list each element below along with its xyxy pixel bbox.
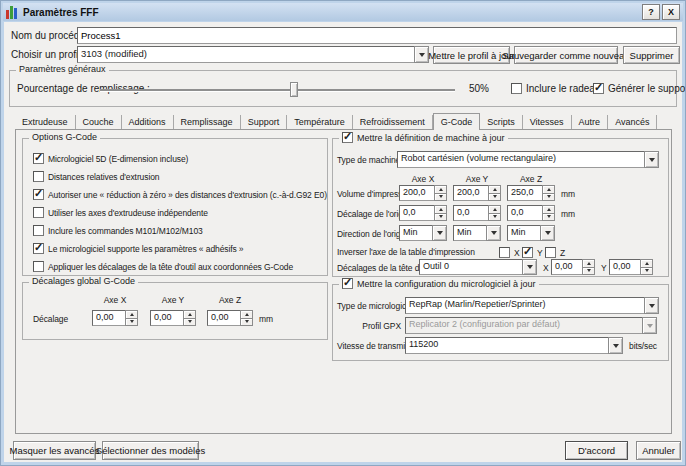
spin-down-icon[interactable] <box>183 319 196 327</box>
option-sticky-params[interactable]: Le micrologiciel supporte les paramètres… <box>33 243 244 254</box>
tab-support[interactable]: Support <box>241 115 288 129</box>
cancel-button[interactable]: Annuler <box>636 441 681 460</box>
option-independent-checkbox[interactable] <box>33 207 44 218</box>
origin-y-stepper[interactable]: 0,0 <box>453 205 501 221</box>
flip-z-box[interactable] <box>545 247 556 258</box>
volume-z-stepper[interactable]: 250,0 <box>507 185 555 201</box>
option-5d-checkbox[interactable] <box>33 153 44 164</box>
help-icon[interactable]: ? <box>642 4 660 20</box>
delete-profile-button[interactable]: Supprimer <box>623 46 680 64</box>
option-sticky-checkbox[interactable] <box>33 243 44 254</box>
origin-z-value[interactable]: 0,0 <box>507 205 542 221</box>
spin-up-icon[interactable] <box>542 185 555 194</box>
spin-down-icon[interactable] <box>582 268 595 276</box>
option-independent-axes[interactable]: Utiliser les axes d'extrudeuse indépende… <box>33 207 208 218</box>
toolhead-y-value[interactable]: 0,00 <box>609 259 640 275</box>
infill-slider-handle[interactable] <box>290 82 298 97</box>
flip-z-checkbox[interactable]: Z <box>545 247 565 258</box>
toolhead-y-stepper[interactable]: 0,00 <box>609 259 653 275</box>
offset-x-value[interactable]: 0,00 <box>92 310 125 326</box>
spin-up-icon[interactable] <box>125 310 138 319</box>
spin-down-icon[interactable] <box>640 268 653 276</box>
tab-vitesses[interactable]: Vitesses <box>523 115 572 129</box>
offset-z-value[interactable]: 0,00 <box>207 310 240 326</box>
chevron-down-icon[interactable] <box>414 46 429 63</box>
include-raft-checkbox[interactable]: Inclure le radeau <box>511 83 601 94</box>
spin-up-icon[interactable] <box>488 205 501 214</box>
flip-x-checkbox[interactable]: X <box>499 247 520 258</box>
toolhead-x-stepper[interactable]: 0,00 <box>551 259 595 275</box>
tab-refroidissement[interactable]: Refroidissement <box>353 115 433 129</box>
tab-remplissage[interactable]: Remplissage <box>174 115 241 129</box>
volume-y-stepper[interactable]: 200,0 <box>453 185 501 201</box>
offset-z-stepper[interactable]: 0,00 <box>207 310 253 326</box>
option-zeroing[interactable]: Autoriser une « réduction à zéro » des d… <box>33 189 327 200</box>
save-as-new-button[interactable]: Sauvegarder comme nouveau <box>514 46 618 64</box>
spin-down-icon[interactable] <box>434 214 447 222</box>
spin-up-icon[interactable] <box>488 185 501 194</box>
origin-x-value[interactable]: 0,0 <box>399 205 434 221</box>
volume-x-value[interactable]: 200,0 <box>399 185 434 201</box>
spin-down-icon[interactable] <box>240 319 253 327</box>
raft-checkbox-box[interactable] <box>511 83 522 94</box>
chevron-down-icon[interactable] <box>644 151 659 168</box>
offset-y-stepper[interactable]: 0,00 <box>150 310 196 326</box>
option-relative-distances[interactable]: Distances relatives d'extrusion <box>33 171 159 182</box>
option-5d-firmware[interactable]: Micrologiciel 5D (E-dimension incluse) <box>33 153 188 164</box>
chevron-down-icon[interactable] <box>608 337 623 354</box>
tab-temperature[interactable]: Température <box>287 115 353 129</box>
option-toolhead-checkbox[interactable] <box>33 261 44 272</box>
tab-scripts[interactable]: Scripts <box>480 115 523 129</box>
volume-x-stepper[interactable]: 200,0 <box>399 185 447 201</box>
chevron-down-icon[interactable] <box>644 297 659 314</box>
toolhead-x-value[interactable]: 0,00 <box>551 259 582 275</box>
tab-gcode[interactable]: G-Code <box>433 113 481 130</box>
origin-dir-z-select[interactable]: Min <box>507 225 555 241</box>
spin-down-icon[interactable] <box>488 214 501 222</box>
chevron-down-icon[interactable] <box>522 259 537 275</box>
ok-button[interactable]: D'accord <box>565 441 628 460</box>
spin-down-icon[interactable] <box>542 214 555 222</box>
volume-z-value[interactable]: 250,0 <box>507 185 542 201</box>
machine-type-select[interactable]: Robot cartésien (volume rectangulaire) <box>397 151 659 168</box>
origin-dir-y-select[interactable]: Min <box>453 225 501 241</box>
flip-y-box[interactable] <box>522 247 533 258</box>
option-toolhead-offsets[interactable]: Appliquer les décalages de la tête d'out… <box>33 261 293 272</box>
firmware-config-checkbox[interactable] <box>342 278 353 289</box>
origin-z-stepper[interactable]: 0,0 <box>507 205 555 221</box>
update-profile-button[interactable]: Mettre le profil à jour <box>433 46 510 64</box>
spin-up-icon[interactable] <box>640 259 653 268</box>
hide-advanced-button[interactable]: Masquer les avancés <box>13 441 96 460</box>
origin-dir-x-select[interactable]: Min <box>399 225 447 241</box>
option-zeroing-checkbox[interactable] <box>33 189 44 200</box>
tab-couche[interactable]: Couche <box>76 115 122 129</box>
origin-x-stepper[interactable]: 0,0 <box>399 205 447 221</box>
spin-up-icon[interactable] <box>434 185 447 194</box>
tab-avances[interactable]: Avancés <box>608 115 657 129</box>
origin-y-value[interactable]: 0,0 <box>453 205 488 221</box>
option-m101-commands[interactable]: Inclure les commandes M101/M102/M103 <box>33 225 203 236</box>
machine-definition-checkbox[interactable] <box>342 132 353 143</box>
firmware-type-select[interactable]: RepRap (Marlin/Repetier/Sprinter) <box>405 297 659 314</box>
chevron-down-icon[interactable] <box>540 225 555 241</box>
spin-up-icon[interactable] <box>582 259 595 268</box>
offset-x-stepper[interactable]: 0,00 <box>92 310 138 326</box>
spin-up-icon[interactable] <box>240 310 253 319</box>
tab-additions[interactable]: Additions <box>122 115 174 129</box>
spin-down-icon[interactable] <box>434 194 447 202</box>
flip-y-checkbox[interactable]: Y <box>522 247 543 258</box>
spin-down-icon[interactable] <box>125 319 138 327</box>
tab-autre[interactable]: Autre <box>572 115 609 129</box>
toolhead-select[interactable]: Outil 0 <box>419 259 537 275</box>
option-m101-checkbox[interactable] <box>33 225 44 236</box>
chevron-down-icon[interactable] <box>432 225 447 241</box>
select-models-button[interactable]: Sélectionner des modèles <box>102 441 199 460</box>
infill-slider-track[interactable] <box>100 89 455 91</box>
process-name-input[interactable] <box>77 27 677 44</box>
option-relative-checkbox[interactable] <box>33 171 44 182</box>
baud-rate-select[interactable]: 115200 <box>405 337 623 354</box>
offset-y-value[interactable]: 0,00 <box>150 310 183 326</box>
spin-up-icon[interactable] <box>434 205 447 214</box>
profile-select[interactable]: 3103 (modified) <box>77 46 429 63</box>
close-icon[interactable]: X <box>662 4 680 20</box>
